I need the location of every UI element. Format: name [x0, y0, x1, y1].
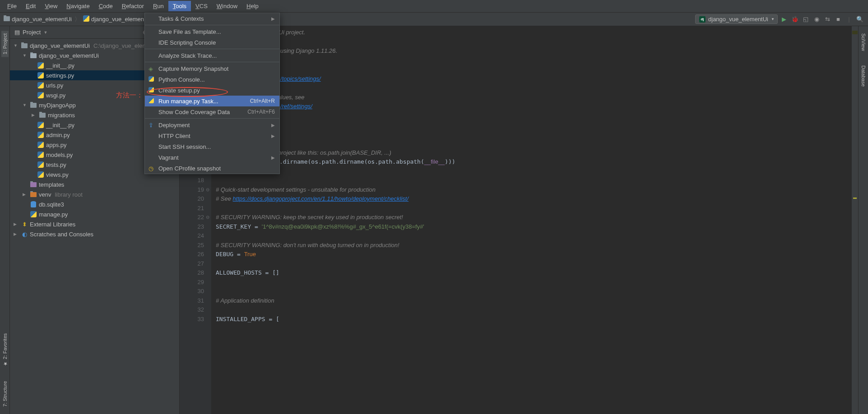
- menu-file[interactable]: File: [3, 1, 21, 11]
- menu-item-python-console-[interactable]: Python Console...: [145, 74, 279, 85]
- menu-item-deployment[interactable]: ⇪Deployment▶: [145, 120, 279, 130]
- menu-item-vagrant[interactable]: Vagrant▶: [145, 152, 279, 163]
- tool-tab-database[interactable]: Database: [860, 63, 867, 89]
- menu-window[interactable]: Window: [212, 1, 242, 11]
- menu-item-ide-scripting-console[interactable]: IDE Scripting Console: [145, 37, 279, 48]
- project-icon: ▤: [14, 29, 20, 36]
- right-tool-gutter: SciView Database: [858, 26, 868, 414]
- run-icon[interactable]: ▶: [780, 15, 789, 24]
- menu-item-save-file-as-template-[interactable]: Save File as Template...: [145, 26, 279, 37]
- tool-tab-favorites[interactable]: ★2: Favorites: [1, 331, 9, 369]
- toolbar: django_vue_elementUi 〉 django_vue_elemen…: [0, 13, 868, 26]
- menu-vcs[interactable]: VCS: [191, 1, 212, 11]
- breadcrumb-project[interactable]: django_vue_elementUi: [12, 16, 72, 23]
- main-area: 1: Project ★2: Favorites 7: Structure ▤ …: [0, 26, 868, 414]
- menu-item-capture-memory-snapshot[interactable]: ◈Capture Memory Snapshot: [145, 63, 279, 74]
- tree-scratches[interactable]: ▶◐Scratches and Consoles: [10, 229, 179, 239]
- tools-menu-dropdown: Tasks & Contexts▶Save File as Template..…: [144, 13, 280, 174]
- menu-item-run-manage-py-task-[interactable]: Run manage.py Task...Ctrl+Alt+R: [145, 96, 279, 106]
- coverage-icon[interactable]: ◱: [801, 15, 810, 24]
- tree-db[interactable]: db.sqlite3: [10, 199, 179, 209]
- stop-icon[interactable]: ■: [834, 15, 843, 24]
- menu-item-open-cprofile-snapshot[interactable]: ◷Open CProfile snapshot: [145, 163, 279, 174]
- menu-help[interactable]: Help: [242, 1, 263, 11]
- menu-navigate[interactable]: Navigate: [62, 1, 94, 11]
- menu-code[interactable]: Code: [94, 1, 117, 11]
- folder-icon: [4, 16, 10, 23]
- menu-item-start-ssh-session-[interactable]: Start SSH session...: [145, 141, 279, 152]
- profile-icon[interactable]: ◉: [812, 15, 821, 24]
- divider: |: [845, 15, 854, 24]
- breadcrumb: django_vue_elementUi 〉 django_vue_elemen: [4, 15, 144, 23]
- left-tool-gutter: 1: Project ★2: Favorites 7: Structure: [0, 26, 10, 414]
- concurrency-icon[interactable]: ⇆: [823, 15, 832, 24]
- code-content[interactable]: for django_vue_elementUi project. ango-a…: [211, 26, 852, 414]
- code-editor[interactable]: 141516171819⊖202122⊖23242526272829303132…: [180, 26, 858, 414]
- run-config-select[interactable]: dj django_vue_elementUi: [695, 14, 778, 24]
- python-icon: [83, 15, 89, 23]
- menu-item-create-setup-py[interactable]: Create setup.py: [145, 85, 279, 96]
- tool-tab-structure[interactable]: 7: Structure: [1, 378, 9, 409]
- menu-run[interactable]: Run: [149, 1, 168, 11]
- scrollbar-map[interactable]: [852, 26, 858, 414]
- menu-separator: [145, 25, 279, 25]
- menu-tools[interactable]: Tools: [168, 1, 191, 11]
- menubar: FileEditViewNavigateCodeRefactorRunTools…: [0, 0, 868, 13]
- menu-separator: [145, 118, 279, 119]
- tool-tab-sciview[interactable]: SciView: [860, 31, 867, 54]
- tree-venv[interactable]: ▶venvlibrary root: [10, 189, 179, 199]
- tool-tab-project[interactable]: 1: Project: [1, 31, 9, 57]
- menu-refactor[interactable]: Refactor: [117, 1, 149, 11]
- run-config-label: django_vue_elementUi: [708, 16, 768, 23]
- django-icon: dj: [699, 16, 706, 23]
- annotation-text: 方法一：: [116, 91, 143, 100]
- breadcrumb-sep: 〉: [74, 15, 80, 23]
- search-icon[interactable]: 🔍: [855, 15, 864, 24]
- menu-item-analyze-stack-trace-[interactable]: Analyze Stack Trace...: [145, 50, 279, 61]
- menu-edit[interactable]: Edit: [21, 1, 40, 11]
- tree-manage[interactable]: manage.py: [10, 209, 179, 219]
- menu-separator: [145, 49, 279, 49]
- run-config-area: dj django_vue_elementUi ▶ 🐞 ◱ ◉ ⇆ ■ | 🔍: [695, 14, 864, 24]
- menu-item-tasks-contexts[interactable]: Tasks & Contexts▶: [145, 13, 279, 24]
- tree-templates[interactable]: templates: [10, 179, 179, 189]
- menu-item-show-code-coverage-data[interactable]: Show Code Coverage DataCtrl+Alt+F6: [145, 106, 279, 117]
- tree-extlib[interactable]: ▶⬍External Libraries: [10, 219, 179, 229]
- menu-view[interactable]: View: [40, 1, 62, 11]
- project-panel-title: Project: [23, 29, 41, 36]
- breadcrumb-file[interactable]: django_vue_elemen: [91, 16, 144, 23]
- debug-icon[interactable]: 🐞: [790, 15, 799, 24]
- menu-item-http-client[interactable]: HTTP Client▶: [145, 130, 279, 141]
- chevron-down-icon[interactable]: ▼: [43, 30, 47, 35]
- menu-separator: [145, 62, 279, 62]
